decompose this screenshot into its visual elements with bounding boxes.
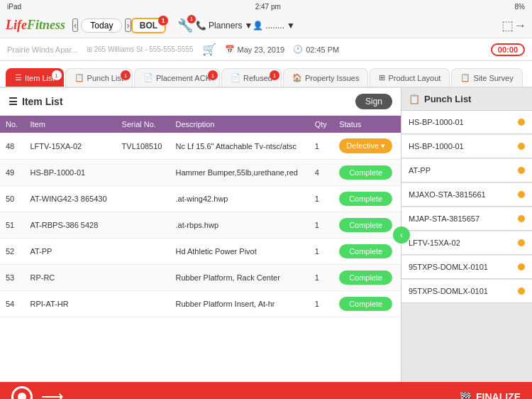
status-left: iPad [7,3,21,11]
refused-tab-icon: 📄 [231,73,240,82]
cell-status: Complete [333,239,401,265]
punch-list-item[interactable]: 95TXPS-DOMLX-0101 [401,256,532,279]
table-row: 48 LFTV-15XA-02 TVL108510 Nc Lf 15.6" At… [0,133,401,160]
col-no: No. [0,116,24,133]
cell-serial: TVL108510 [116,133,170,160]
tab-site-survey[interactable]: 📋 Site Survey [451,68,522,87]
punch-list-item[interactable]: LFTV-15XA-02 [401,231,532,255]
cell-description: Rubber Platform, Rack Center [170,265,309,291]
punch-list-item[interactable]: 95TXPS-DOMLX-0101 [401,280,532,303]
forward-button[interactable]: ⟶ [41,388,64,399]
status-complete[interactable]: Complete [339,218,392,232]
punch-list-item[interactable]: MJAXO-STA-3815661 [401,183,532,207]
nav-next-button[interactable]: › [125,18,131,32]
cell-no: 50 [0,186,24,212]
calendar-icon: 📅 [225,45,235,54]
project-name: Prairie Winds Apar... [7,45,78,54]
status-battery: 8% [515,3,525,11]
sign-button[interactable]: Sign [355,94,392,109]
bol-button[interactable]: BOL 1 [131,18,166,33]
status-complete[interactable]: Complete [339,244,392,258]
cell-description: Rubber Platform Insert, At-hr [170,291,309,317]
cell-serial [116,291,170,317]
cell-item: AT-PP [24,239,116,265]
cell-qty: 1 [309,133,333,160]
punch-dot [518,288,525,295]
col-status: Status [333,116,401,133]
punch-list-scroll[interactable]: HS-BP-1000-01HS-BP-1000-01AT-PPMJAXO-STA… [401,111,532,382]
punch-list-header-icon: 📋 [409,94,420,104]
status-complete[interactable]: Complete [339,165,392,180]
table-row: 53 RP-RC Rubber Platform, Rack Center 1 … [0,265,401,291]
cell-status: Complete [333,291,401,317]
punch-list-item[interactable]: HS-BP-1000-01 [401,135,532,158]
tab-item-list[interactable]: ☰ Item List 1 [6,68,64,87]
cell-qty: 1 [309,239,333,265]
today-button[interactable]: Today [81,18,122,33]
status-complete[interactable]: Complete [339,192,392,206]
cell-serial [116,212,170,239]
user-button[interactable]: 👤 ........ ▼ [253,21,295,31]
tools-badge: 1 [187,15,196,23]
refused-tab-badge: 1 [270,70,279,80]
item-list-panel: ☰ Item List Sign No. Item Serial No. Des… [0,88,401,382]
punch-list-item-label: AT-PP [409,166,431,175]
punch-list-tab-badge: 1 [121,70,131,80]
cell-qty: 1 [309,265,333,291]
cell-no: 54 [0,291,24,317]
punch-list-tab-icon: 📋 [74,73,84,82]
cell-qty: 1 [309,212,333,239]
nav-prev-button[interactable]: ‹ [72,18,78,32]
tab-placement-ack[interactable]: 📄 Placement ACK 1 [134,68,220,87]
date-info: 📅 May 23, 2019 [225,45,285,54]
record-button[interactable] [11,386,33,399]
table-row: 50 AT-WING42-3 865430 .at-wing42.hwp 1 C… [0,186,401,212]
cell-status: Complete [333,160,401,186]
finalize-button[interactable]: 🏁 FINALIZE [460,391,521,399]
tab-punch-list[interactable]: 📋 Punch List 1 [65,68,133,87]
punch-list-item-label: HS-BP-1000-01 [409,142,464,151]
cell-item: AT-RBPS-386 5428 [24,212,116,239]
punch-list-item-label: LFTV-15XA-02 [409,239,460,247]
record-inner-dot [18,393,26,399]
item-table-scroll[interactable]: No. Item Serial No. Description Qty Stat… [0,116,401,382]
punch-list-item-label: 95TXPS-DOMLX-0101 [409,263,488,271]
status-complete[interactable]: Complete [339,270,392,285]
punch-list-panel: ‹ 📋 Punch List HS-BP-1000-01HS-BP-1000-0… [401,88,532,382]
site-survey-tab-icon: 📋 [460,73,470,82]
collapse-punch-list-button[interactable]: ‹ [393,226,410,244]
punch-list-item[interactable]: MJAP-STA-3815657 [401,207,532,231]
cell-item: AT-WING42-3 865430 [24,186,116,212]
logout-button[interactable]: ⬚→ [501,18,526,33]
cell-qty: 1 [309,186,333,212]
punch-list-item[interactable]: HS-BP-1000-01 [401,111,532,134]
cell-no: 53 [0,265,24,291]
bol-badge: 1 [158,16,168,26]
planners-button[interactable]: 📞 Planners ▼ [196,21,253,31]
punch-list-item[interactable]: AT-PP [401,159,532,182]
status-complete[interactable]: Complete [339,297,392,311]
info-bar: Prairie Winds Apar... ⊞ 265 Williams St … [0,38,532,61]
table-row: 51 AT-RBPS-386 5428 .at-rbps.hwp 1 Compl… [0,212,401,239]
item-list-tab-badge: 1 [52,70,62,80]
tab-product-layout[interactable]: ⊞ Product Layout [370,68,450,87]
clock-icon: 🕐 [293,45,303,54]
status-defective[interactable]: Defective ▾ [339,138,392,153]
cell-no: 52 [0,239,24,265]
tab-property-issues[interactable]: 🏠 Property Issues [283,68,368,87]
table-row: 49 HS-BP-1000-01 Hammer Bumper,55lb,uret… [0,160,401,186]
item-list-header: ☰ Item List Sign [0,88,401,116]
cell-serial [116,160,170,186]
tools-icon-button[interactable]: 🔧 1 [177,18,193,33]
punch-dot [518,119,525,126]
cell-qty: 1 [309,291,333,317]
cell-item: HS-BP-1000-01 [24,160,116,186]
col-item: Item [24,116,116,133]
placement-ack-tab-badge: 1 [208,70,218,80]
cell-status: Defective ▾ [333,133,401,160]
cell-description: .at-rbps.hwp [170,212,309,239]
user-chevron: ▼ [287,21,295,31]
tab-refused[interactable]: 📄 Refused 1 [221,68,282,87]
col-qty: Qty [309,116,333,133]
user-icon: 👤 [253,21,263,31]
